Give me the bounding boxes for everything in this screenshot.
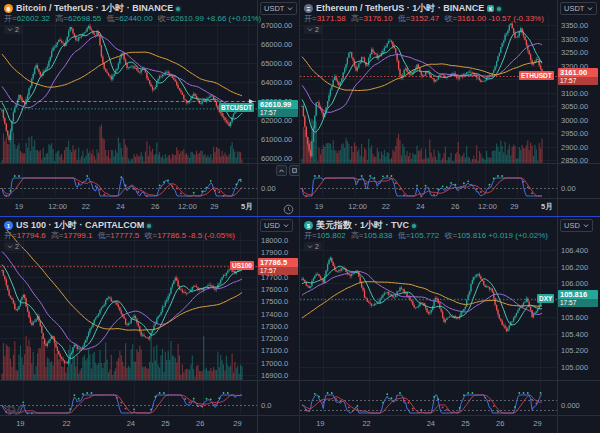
time-tick-label: 24 [116,202,124,211]
collapsed-indicators-chip[interactable]: 2 [4,242,22,251]
price-line-tag[interactable]: ETHUSDT [519,71,554,80]
time-tick-label: 5月 [241,202,253,212]
price-tick-label: 3350.00 [561,21,588,30]
time-tick-label: 22 [382,202,390,211]
indicator-value-label: 0.00 [561,184,576,193]
price-tick-label: 3050.00 [561,102,588,111]
price-tick-label: 105.000 [561,363,588,372]
pane-maximize-button[interactable] [289,165,299,176]
chart-panel-ethereum[interactable]: 3350.003300.003250.003200.003150.003100.… [300,0,600,216]
ohlc-high-label: 高= [351,14,364,23]
price-tick-label: 16900.0 [261,371,288,380]
chevron-down-icon [307,245,313,249]
currency-label: USD [264,221,280,230]
ohlc-low-value: 62440.00 [119,14,152,23]
chart-panel-bitcoin[interactable]: 67000.0066000.0065000.0064000.0063000.00… [0,0,299,216]
row-divider[interactable] [0,216,600,217]
time-tick-label: 29 [233,419,241,428]
time-tick-label: 22 [362,419,370,428]
chevron-down-icon [287,7,293,11]
dollar-index-icon: $ [304,221,313,230]
ohlc-change-value: -10.57 (-0.33%) [488,14,544,23]
chevron-down-icon [7,28,13,32]
ohlc-low-value: 105.772 [410,231,439,240]
timezone-clock-icon[interactable] [283,201,294,216]
ohlc-change-value: +0.019 (+0.02%) [488,231,548,240]
chart-panel-us100[interactable]: 18000.017900.017800.017700.017600.017500… [0,217,299,433]
time-tick-label: 19 [16,419,24,428]
market-open-dot [497,7,501,11]
time-tick-label: 5月 [541,202,553,212]
price-tick-label: 3100.00 [561,89,588,98]
currency-dropdown[interactable]: USD [260,219,293,232]
time-tick-label: 26 [496,419,504,428]
price-tick-label: 106.400 [561,246,588,255]
time-axis[interactable]: 1912:0022242612:00295月 [300,0,558,216]
last-price-label[interactable]: 62610.99 17:57 [258,100,298,117]
currency-dropdown[interactable]: USD [560,219,593,232]
time-tick-label: 22 [82,202,90,211]
ohlc-low-value: 17777.5 [110,231,139,240]
price-axis[interactable]: 3350.003300.003250.003200.003150.003100.… [558,0,599,198]
pane-collapse-button[interactable] [276,165,287,176]
ohlc-change-value: +8.66 (+0.01%) [206,14,261,23]
time-tick-label: 19 [316,419,324,428]
last-price-value: 17786.5 [258,258,298,267]
price-tick-label: 2900.00 [561,143,588,152]
ohlc-change-value: -8.5 (-0.05%) [188,231,235,240]
bar-countdown: 17:57 [558,299,598,307]
price-tick-label: 17600.0 [261,285,288,294]
time-tick-label: 12:00 [478,202,497,211]
tradingview-logo[interactable]: TV [5,403,20,418]
price-line-tag[interactable]: BTCUSDT [219,103,254,112]
indicator-count: 2 [315,243,319,250]
ohlc-open-label: 开= [4,231,17,240]
currency-dropdown[interactable]: USDT [560,2,597,15]
price-tick-label: 17300.0 [261,322,288,331]
price-tick-label: 2850.00 [561,156,588,165]
ohlc-open-value: 3171.58 [317,14,346,23]
price-tick-label: 62000.00 [261,116,292,125]
ohlc-high-value: 105.838 [364,231,393,240]
ohlc-high-label: 高= [55,14,68,23]
price-tick-label: 105.600 [561,313,588,322]
collapsed-indicators-chip[interactable]: 2 [4,25,22,34]
price-axis[interactable]: 18000.017900.017800.017700.017600.017500… [258,217,299,415]
collapsed-indicators-chip[interactable]: 2 [304,25,322,34]
last-price-label[interactable]: 17786.5 17:57 [258,258,298,275]
ohlc-open-value: 17794.6 [17,231,46,240]
indicator-value-label: 0.0 [261,401,271,410]
ohlc-close-value: 3161.00 [457,14,486,23]
price-tick-label: 17000.0 [261,359,288,368]
ohlc-close-value: 62610.99 [171,14,204,23]
collapsed-indicators-chip[interactable]: 2 [304,242,322,251]
green-badge-icon: K [487,5,494,12]
last-price-label[interactable]: 105.816 17:57 [558,290,598,307]
price-tick-label: 3300.00 [561,35,588,44]
bar-countdown: 17:57 [558,77,598,85]
price-tick-label: 18000.0 [261,236,288,245]
time-tick-label: 25 [461,419,469,428]
indicator-count: 2 [315,26,319,33]
last-price-value: 62610.99 [258,100,298,109]
price-line-tag[interactable]: US100 [230,261,254,270]
ohlc-readout: 开=17794.6 高=17799.1 低=17777.5 收=17786.5 … [4,230,235,241]
time-tick-label: 24 [416,202,424,211]
ohlc-low-label: 低= [398,231,411,240]
ohlc-readout: 开=3171.58 高=3176.10 低=3152.47 收=3161.00 … [304,13,544,24]
chart-panel-dollar-index[interactable]: 106.400106.200106.000105.800105.600105.4… [300,217,600,433]
currency-dropdown[interactable]: USDT [260,2,297,15]
bitcoin-icon: ฿ [4,4,13,13]
time-tick-label: 12:00 [178,202,197,211]
ohlc-open-label: 开= [304,14,317,23]
last-price-label[interactable]: 3161.00 17:57 [558,68,598,85]
ohlc-close-label: 收= [444,231,457,240]
ohlc-close-label: 收= [444,14,457,23]
price-tick-label: 60000.00 [261,154,292,163]
time-axis[interactable]: 192224252629 [0,217,258,433]
price-line-tag[interactable]: DXY [537,294,554,303]
time-axis[interactable]: 192224252629 [300,217,558,433]
price-axis[interactable]: 106.400106.200106.000105.800105.600105.4… [558,217,599,415]
ohlc-readout: 开=62602.32 高=62698.55 低=62440.00 收=62610… [4,13,261,24]
ohlc-open-label: 开= [4,14,17,23]
